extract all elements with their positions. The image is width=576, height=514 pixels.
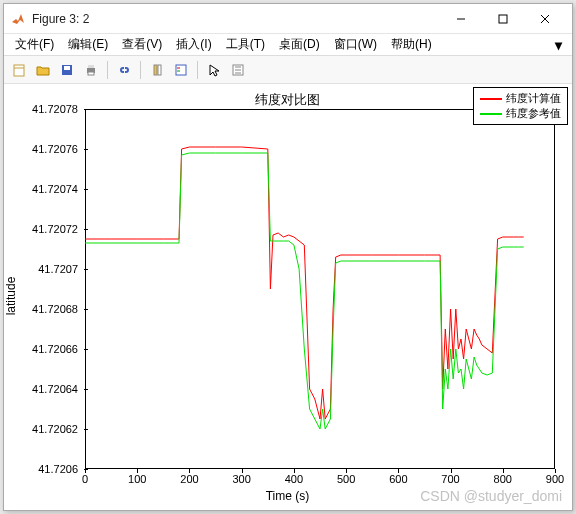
- legend-entry-1: 纬度参考值: [480, 106, 561, 121]
- svg-rect-13: [176, 65, 186, 75]
- xtick-label: 700: [441, 473, 459, 485]
- xtick-label: 900: [546, 473, 564, 485]
- menu-insert[interactable]: 插入(I): [169, 34, 218, 55]
- menubar: 文件(F) 编辑(E) 查看(V) 插入(I) 工具(T) 桌面(D) 窗口(W…: [4, 34, 572, 56]
- ytick-label: 41.72068: [32, 303, 78, 315]
- menu-desktop[interactable]: 桌面(D): [272, 34, 327, 55]
- xtick-label: 300: [232, 473, 250, 485]
- matlab-icon: [10, 11, 26, 27]
- y-axis-label: latitude: [4, 277, 18, 316]
- toolbar: [4, 56, 572, 84]
- xtick-label: 800: [494, 473, 512, 485]
- ytick-label: 41.72072: [32, 223, 78, 235]
- svg-rect-4: [14, 65, 24, 76]
- ytick-label: 41.72064: [32, 383, 78, 395]
- minimize-button[interactable]: [440, 5, 482, 33]
- maximize-button[interactable]: [482, 5, 524, 33]
- plot-area: 纬度对比图 纬度计算值 纬度参考值 latitude Time (s) 41.7…: [5, 85, 570, 508]
- menu-window[interactable]: 窗口(W): [327, 34, 384, 55]
- save-button[interactable]: [56, 59, 78, 81]
- svg-rect-1: [499, 15, 507, 23]
- link-button[interactable]: [113, 59, 135, 81]
- legend-entry-0: 纬度计算值: [480, 91, 561, 106]
- series-0: [85, 147, 524, 419]
- titlebar[interactable]: Figure 3: 2: [4, 4, 572, 34]
- legend[interactable]: 纬度计算值 纬度参考值: [473, 87, 568, 125]
- xtick-label: 0: [82, 473, 88, 485]
- colorbar-button[interactable]: [146, 59, 168, 81]
- print-button[interactable]: [80, 59, 102, 81]
- svg-rect-9: [88, 65, 94, 68]
- menu-tools[interactable]: 工具(T): [219, 34, 272, 55]
- menu-file[interactable]: 文件(F): [8, 34, 61, 55]
- ytick-label: 41.72078: [32, 103, 78, 115]
- svg-rect-11: [154, 65, 157, 75]
- ytick-label: 41.72076: [32, 143, 78, 155]
- ytick-label: 41.72066: [32, 343, 78, 355]
- ytick-label: 41.72062: [32, 423, 78, 435]
- menu-help[interactable]: 帮助(H): [384, 34, 439, 55]
- figure-window: Figure 3: 2 文件(F) 编辑(E) 查看(V) 插入(I) 工具(T…: [3, 3, 573, 511]
- series-1: [85, 153, 524, 429]
- xtick-label: 600: [389, 473, 407, 485]
- svg-rect-12: [158, 65, 161, 75]
- xtick-label: 500: [337, 473, 355, 485]
- new-figure-button[interactable]: [8, 59, 30, 81]
- window-title: Figure 3: 2: [32, 12, 440, 26]
- menu-edit[interactable]: 编辑(E): [61, 34, 115, 55]
- open-button[interactable]: [32, 59, 54, 81]
- edit-plot-button[interactable]: [227, 59, 249, 81]
- ytick-label: 41.7207: [38, 263, 78, 275]
- menu-corner-icon[interactable]: ▾: [549, 37, 568, 53]
- ytick-label: 41.7206: [38, 463, 78, 475]
- svg-rect-10: [88, 72, 94, 75]
- xtick-label: 100: [128, 473, 146, 485]
- ytick-label: 41.72074: [32, 183, 78, 195]
- xtick-label: 200: [180, 473, 198, 485]
- menu-view[interactable]: 查看(V): [115, 34, 169, 55]
- pointer-button[interactable]: [203, 59, 225, 81]
- chart-svg: [85, 109, 555, 469]
- svg-rect-7: [64, 66, 70, 70]
- x-axis-label: Time (s): [5, 489, 570, 503]
- close-button[interactable]: [524, 5, 566, 33]
- legend-button[interactable]: [170, 59, 192, 81]
- xtick-label: 400: [285, 473, 303, 485]
